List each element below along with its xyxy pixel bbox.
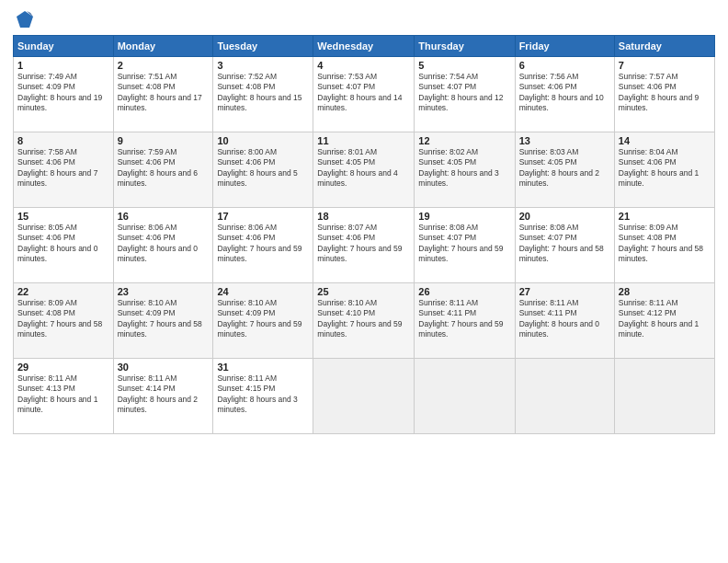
day-info: Sunrise: 8:03 AMSunset: 4:05 PMDaylight:…: [519, 147, 610, 190]
dow-header-saturday: Saturday: [614, 36, 714, 57]
calendar-cell: 18Sunrise: 8:07 AMSunset: 4:06 PMDayligh…: [313, 208, 415, 283]
day-number: 28: [619, 286, 711, 297]
day-number: 2: [118, 60, 210, 71]
calendar-cell: 14Sunrise: 8:04 AMSunset: 4:06 PMDayligh…: [614, 132, 714, 208]
calendar-week-1: 8Sunrise: 7:58 AMSunset: 4:06 PMDaylight…: [14, 132, 715, 208]
day-number: 11: [317, 135, 410, 146]
day-info: Sunrise: 8:10 AMSunset: 4:09 PMDaylight:…: [217, 298, 309, 340]
logo-icon: [15, 9, 35, 29]
day-info: Sunrise: 8:01 AMSunset: 4:05 PMDaylight:…: [317, 147, 410, 190]
day-info: Sunrise: 8:06 AMSunset: 4:06 PMDaylight:…: [118, 223, 210, 265]
calendar-cell: 26Sunrise: 8:11 AMSunset: 4:11 PMDayligh…: [415, 283, 515, 359]
day-number: 27: [519, 286, 610, 297]
day-number: 31: [217, 362, 309, 373]
day-info: Sunrise: 8:11 AMSunset: 4:11 PMDaylight:…: [519, 298, 610, 340]
dow-header-friday: Friday: [515, 36, 614, 57]
day-info: Sunrise: 8:10 AMSunset: 4:09 PMDaylight:…: [118, 298, 210, 340]
day-info: Sunrise: 7:49 AMSunset: 4:09 PMDaylight:…: [17, 72, 109, 114]
calendar-cell: 30Sunrise: 8:11 AMSunset: 4:14 PMDayligh…: [113, 359, 213, 434]
calendar-cell: 31Sunrise: 8:11 AMSunset: 4:15 PMDayligh…: [213, 359, 313, 434]
day-info: Sunrise: 8:11 AMSunset: 4:12 PMDaylight:…: [619, 298, 711, 340]
calendar-table: SundayMondayTuesdayWednesdayThursdayFrid…: [13, 35, 715, 434]
day-number: 10: [217, 135, 309, 146]
day-info: Sunrise: 7:59 AMSunset: 4:06 PMDaylight:…: [118, 147, 210, 190]
day-number: 16: [118, 211, 210, 222]
day-info: Sunrise: 8:10 AMSunset: 4:10 PMDaylight:…: [317, 298, 410, 340]
calendar-cell: 3Sunrise: 7:52 AMSunset: 4:08 PMDaylight…: [213, 57, 313, 132]
day-number: 13: [519, 135, 610, 146]
day-number: 17: [217, 211, 309, 222]
calendar-cell: 19Sunrise: 8:08 AMSunset: 4:07 PMDayligh…: [415, 208, 515, 283]
page-header: [13, 9, 715, 29]
day-number: 20: [519, 211, 610, 222]
calendar-cell: 25Sunrise: 8:10 AMSunset: 4:10 PMDayligh…: [313, 283, 415, 359]
calendar-cell: 22Sunrise: 8:09 AMSunset: 4:08 PMDayligh…: [14, 283, 114, 359]
day-number: 22: [17, 286, 109, 297]
day-info: Sunrise: 8:02 AMSunset: 4:05 PMDaylight:…: [418, 147, 510, 190]
calendar-cell: 8Sunrise: 7:58 AMSunset: 4:06 PMDaylight…: [14, 132, 114, 208]
day-info: Sunrise: 8:07 AMSunset: 4:06 PMDaylight:…: [317, 223, 410, 265]
day-number: 18: [317, 211, 410, 222]
day-info: Sunrise: 8:05 AMSunset: 4:06 PMDaylight:…: [17, 223, 109, 265]
day-number: 7: [619, 60, 711, 71]
page-container: SundayMondayTuesdayWednesdayThursdayFrid…: [0, 0, 728, 442]
dow-header-wednesday: Wednesday: [313, 36, 415, 57]
calendar-week-2: 15Sunrise: 8:05 AMSunset: 4:06 PMDayligh…: [14, 208, 715, 283]
day-info: Sunrise: 8:08 AMSunset: 4:07 PMDaylight:…: [418, 223, 510, 265]
dow-header-sunday: Sunday: [14, 36, 114, 57]
day-number: 30: [118, 362, 210, 373]
day-number: 12: [418, 135, 510, 146]
calendar-week-0: 1Sunrise: 7:49 AMSunset: 4:09 PMDaylight…: [14, 57, 715, 132]
calendar-cell: [614, 359, 714, 434]
calendar-cell: 5Sunrise: 7:54 AMSunset: 4:07 PMDaylight…: [415, 57, 515, 132]
calendar-cell: 13Sunrise: 8:03 AMSunset: 4:05 PMDayligh…: [515, 132, 614, 208]
calendar-cell: 20Sunrise: 8:08 AMSunset: 4:07 PMDayligh…: [515, 208, 614, 283]
day-info: Sunrise: 8:11 AMSunset: 4:15 PMDaylight:…: [217, 373, 309, 416]
calendar-cell: 24Sunrise: 8:10 AMSunset: 4:09 PMDayligh…: [213, 283, 313, 359]
day-info: Sunrise: 8:08 AMSunset: 4:07 PMDaylight:…: [519, 223, 610, 265]
day-info: Sunrise: 8:00 AMSunset: 4:06 PMDaylight:…: [217, 147, 309, 190]
day-info: Sunrise: 7:57 AMSunset: 4:06 PMDaylight:…: [619, 72, 711, 114]
day-number: 29: [17, 362, 109, 373]
day-number: 14: [619, 135, 711, 146]
calendar-cell: 12Sunrise: 8:02 AMSunset: 4:05 PMDayligh…: [415, 132, 515, 208]
dow-header-monday: Monday: [113, 36, 213, 57]
day-number: 23: [118, 286, 210, 297]
calendar-cell: 9Sunrise: 7:59 AMSunset: 4:06 PMDaylight…: [113, 132, 213, 208]
calendar-cell: 7Sunrise: 7:57 AMSunset: 4:06 PMDaylight…: [614, 57, 714, 132]
logo: [13, 9, 35, 29]
calendar-cell: 29Sunrise: 8:11 AMSunset: 4:13 PMDayligh…: [14, 359, 114, 434]
day-info: Sunrise: 8:09 AMSunset: 4:08 PMDaylight:…: [17, 298, 109, 340]
dow-header-tuesday: Tuesday: [213, 36, 313, 57]
day-number: 9: [118, 135, 210, 146]
day-info: Sunrise: 7:52 AMSunset: 4:08 PMDaylight:…: [217, 72, 309, 114]
day-info: Sunrise: 8:06 AMSunset: 4:06 PMDaylight:…: [217, 223, 309, 265]
calendar-cell: 4Sunrise: 7:53 AMSunset: 4:07 PMDaylight…: [313, 57, 415, 132]
calendar-cell: 16Sunrise: 8:06 AMSunset: 4:06 PMDayligh…: [113, 208, 213, 283]
day-info: Sunrise: 7:56 AMSunset: 4:06 PMDaylight:…: [519, 72, 610, 114]
calendar-cell: 2Sunrise: 7:51 AMSunset: 4:08 PMDaylight…: [113, 57, 213, 132]
day-number: 19: [418, 211, 510, 222]
day-number: 1: [17, 60, 109, 71]
calendar-cell: [515, 359, 614, 434]
calendar-cell: [313, 359, 415, 434]
dow-header-thursday: Thursday: [415, 36, 515, 57]
day-number: 6: [519, 60, 610, 71]
calendar-cell: 6Sunrise: 7:56 AMSunset: 4:06 PMDaylight…: [515, 57, 614, 132]
calendar-cell: 27Sunrise: 8:11 AMSunset: 4:11 PMDayligh…: [515, 283, 614, 359]
calendar-cell: 28Sunrise: 8:11 AMSunset: 4:12 PMDayligh…: [614, 283, 714, 359]
calendar-cell: 15Sunrise: 8:05 AMSunset: 4:06 PMDayligh…: [14, 208, 114, 283]
day-number: 15: [17, 211, 109, 222]
day-number: 26: [418, 286, 510, 297]
day-info: Sunrise: 7:51 AMSunset: 4:08 PMDaylight:…: [118, 72, 210, 114]
day-info: Sunrise: 7:54 AMSunset: 4:07 PMDaylight:…: [418, 72, 510, 114]
calendar-week-3: 22Sunrise: 8:09 AMSunset: 4:08 PMDayligh…: [14, 283, 715, 359]
day-info: Sunrise: 8:11 AMSunset: 4:14 PMDaylight:…: [118, 373, 210, 416]
day-number: 21: [619, 211, 711, 222]
day-info: Sunrise: 8:11 AMSunset: 4:13 PMDaylight:…: [17, 373, 109, 416]
calendar-cell: 11Sunrise: 8:01 AMSunset: 4:05 PMDayligh…: [313, 132, 415, 208]
day-number: 5: [418, 60, 510, 71]
day-number: 4: [317, 60, 410, 71]
calendar-cell: 17Sunrise: 8:06 AMSunset: 4:06 PMDayligh…: [213, 208, 313, 283]
day-number: 8: [17, 135, 109, 146]
